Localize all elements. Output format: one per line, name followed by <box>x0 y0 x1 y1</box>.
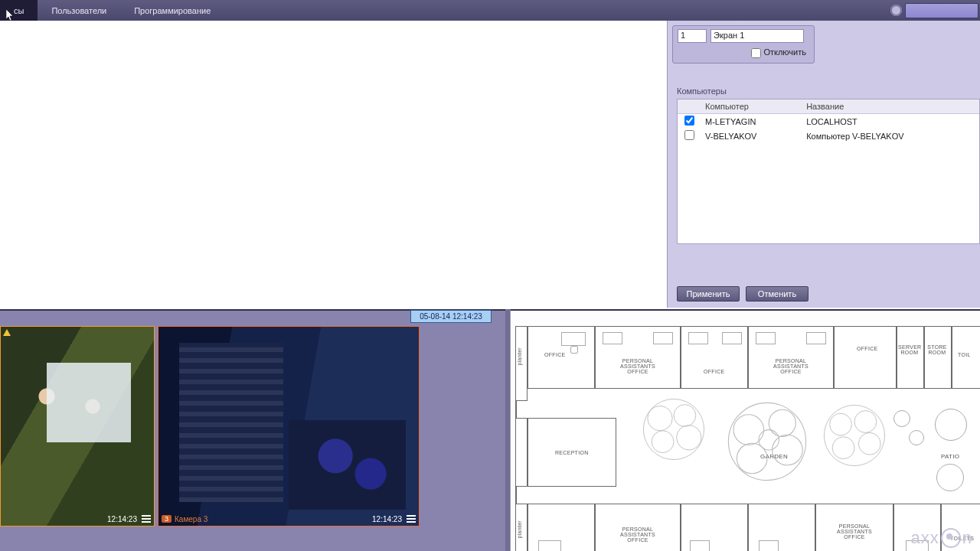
label-office: OFFICE <box>704 369 724 374</box>
row-name: Компьютер V-BELYAKOV <box>802 129 979 143</box>
video-panel: 05-08-14 12:14:23 12:14:23 3 Камера 3 12… <box>0 309 505 551</box>
svg-point-14 <box>858 432 880 455</box>
gear-icon[interactable] <box>890 5 902 16</box>
brand-text-2: n <box>962 528 972 548</box>
floorplan: planter OFFICE PERSONAL ASSISTANTS OFFIC… <box>511 311 980 551</box>
label-pa-office: PERSONAL ASSISTANTS OFFICE <box>825 523 884 540</box>
search-input[interactable] <box>905 3 978 18</box>
computers-grid[interactable]: Компьютер Название M-LETYAGIN LOCALHOST … <box>677 99 980 244</box>
row-computer: M-LETYAGIN <box>701 114 802 129</box>
menu-item-programming[interactable]: Программирование <box>120 0 224 21</box>
menu-bar: сы Пользователи Программирование <box>0 0 980 21</box>
label-pa-office: PERSONAL ASSISTANTS OFFICE <box>606 358 670 374</box>
menu-icon[interactable] <box>142 515 151 523</box>
brand-text: axx <box>911 528 939 548</box>
tree-icon <box>820 401 889 470</box>
label-office: OFFICE <box>857 346 877 351</box>
computers-caption: Компьютеры <box>677 86 980 96</box>
label-planter: planter <box>517 520 522 539</box>
cursor-icon <box>6 9 15 21</box>
camera-2-overlay: 3 Камера 3 12:14:23 <box>158 512 419 526</box>
camera-tile-2[interactable]: 3 Камера 3 12:14:23 <box>158 326 420 527</box>
svg-point-13 <box>854 411 877 433</box>
camera-2-time: 12:14:23 <box>372 515 402 523</box>
brand-watermark: axxn <box>911 528 973 548</box>
menu-item-programming-label: Программирование <box>134 6 211 15</box>
camera-2-scene <box>158 327 419 526</box>
col-check <box>678 99 701 114</box>
map-panel[interactable]: planter OFFICE PERSONAL ASSISTANTS OFFIC… <box>510 309 980 551</box>
label-patio: PATIO <box>941 453 959 460</box>
menu-item-users[interactable]: Пользователи <box>38 0 120 21</box>
disable-checkbox[interactable] <box>751 48 761 58</box>
svg-point-3 <box>677 425 701 450</box>
disable-checkbox-label[interactable]: Отключить <box>751 47 806 57</box>
svg-point-5 <box>728 403 805 480</box>
label-store: STORE ROOM <box>926 344 949 355</box>
svg-point-1 <box>648 406 672 430</box>
row-checkbox[interactable] <box>684 116 694 126</box>
brand-eye-icon <box>941 528 961 548</box>
label-office: OFFICE <box>544 352 565 357</box>
apply-button[interactable]: Применить <box>677 286 740 302</box>
label-server: SERVER ROOM <box>898 344 921 355</box>
tree-icon <box>725 399 809 484</box>
svg-point-12 <box>830 413 852 435</box>
label-pa-office: PERSONAL ASSISTANTS OFFICE <box>606 527 670 543</box>
svg-point-15 <box>832 437 854 459</box>
svg-point-11 <box>824 405 884 465</box>
row-computer: V-BELYAKOV <box>701 129 802 143</box>
cancel-button[interactable]: Отменить <box>746 286 808 302</box>
col-name: Название <box>802 99 979 114</box>
datetime-display: 05-08-14 12:14:23 <box>410 310 492 323</box>
camera-1-time: 12:14:23 <box>107 515 137 523</box>
screen-name-field[interactable]: Экран 1 <box>710 29 804 43</box>
svg-point-6 <box>733 415 764 445</box>
screen-number-field[interactable]: 1 <box>678 29 707 43</box>
label-pa-office: PERSONAL ASSISTANTS OFFICE <box>759 358 823 374</box>
pin-icon <box>3 329 11 337</box>
tree-icon <box>639 395 708 464</box>
table-row[interactable]: V-BELYAKOV Компьютер V-BELYAKOV <box>678 129 979 143</box>
row-checkbox[interactable] <box>684 130 694 140</box>
label-toilets-top: TOIL <box>958 352 971 357</box>
table-row[interactable]: M-LETYAGIN LOCALHOST <box>678 114 979 129</box>
camera-2-badge: 3 <box>162 515 172 523</box>
svg-point-4 <box>652 431 674 453</box>
svg-point-8 <box>773 435 803 465</box>
row-name: LOCALHOST <box>802 114 979 129</box>
work-area <box>0 21 668 308</box>
camera-1-overlay: 12:14:23 <box>1 512 154 526</box>
menu-icon[interactable] <box>407 515 416 523</box>
disable-label-text: Отключить <box>763 47 806 57</box>
screen-settings-box: 1 Экран 1 Отключить <box>672 25 815 64</box>
menu-item-active-label: сы <box>14 6 24 15</box>
camera-2-label: Камера 3 <box>175 515 207 523</box>
col-computer: Компьютер <box>701 99 802 114</box>
camera-1-scene <box>1 327 154 526</box>
label-reception: RECEPTION <box>555 450 589 455</box>
camera-tile-1[interactable]: 12:14:23 <box>0 326 155 527</box>
menu-item-users-label: Пользователи <box>51 6 106 15</box>
label-planter: planter <box>517 347 522 366</box>
svg-point-2 <box>674 405 696 427</box>
button-row: Применить Отменить <box>677 286 808 302</box>
computers-section: Компьютеры Компьютер Название M-LETYAGIN… <box>677 86 980 247</box>
svg-point-7 <box>769 409 795 436</box>
config-panel: 1 Экран 1 Отключить Компьютеры Компьютер… <box>668 21 980 308</box>
